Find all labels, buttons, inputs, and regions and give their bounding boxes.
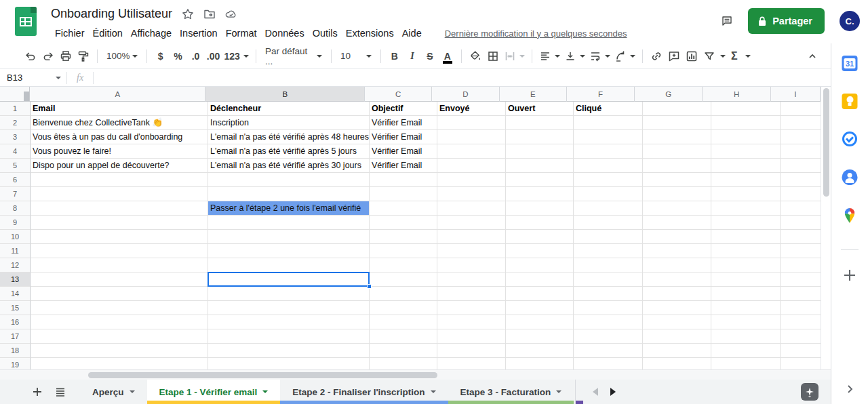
row-header-19[interactable]: 19: [0, 358, 31, 369]
row-header-17[interactable]: 17: [0, 329, 31, 344]
cell-A5[interactable]: Dispo pour un appel de découverte?: [31, 159, 208, 173]
cell-G12[interactable]: [643, 258, 711, 272]
cell-I18[interactable]: [781, 344, 821, 358]
cell-A18[interactable]: [31, 344, 208, 358]
cell-I5[interactable]: [781, 159, 821, 173]
cell-H9[interactable]: [711, 216, 781, 230]
cell-B13[interactable]: [208, 272, 370, 287]
account-avatar[interactable]: C.: [840, 11, 860, 31]
cell-G14[interactable]: [643, 287, 711, 301]
column-header-I[interactable]: I: [771, 87, 821, 102]
cell-G9[interactable]: [643, 216, 711, 230]
menu-item-edition[interactable]: Édition: [89, 26, 127, 41]
text-rotation-button[interactable]: [612, 47, 637, 65]
row-header-6[interactable]: 6: [0, 173, 31, 187]
comment-history-icon[interactable]: [721, 15, 733, 27]
strikethrough-button[interactable]: S: [421, 47, 439, 65]
menu-item-format[interactable]: Format: [222, 26, 261, 41]
cell-E14[interactable]: [506, 287, 574, 301]
row-header-1[interactable]: 1: [0, 102, 31, 116]
insert-link-button[interactable]: [648, 47, 665, 65]
row-header-2[interactable]: 2: [0, 116, 31, 130]
cell-G2[interactable]: [643, 116, 711, 130]
cell-B4[interactable]: L'email n'a pas été vérifié après 5 jour…: [208, 144, 370, 159]
column-header-D[interactable]: D: [432, 87, 500, 102]
cell-B6[interactable]: [208, 173, 370, 187]
cell-F10[interactable]: [574, 230, 643, 244]
cell-E6[interactable]: [506, 173, 574, 187]
cell-B18[interactable]: [208, 344, 370, 358]
cell-I1[interactable]: [781, 102, 821, 116]
cell-A6[interactable]: [31, 173, 208, 187]
cell-G6[interactable]: [643, 173, 711, 187]
cell-E7[interactable]: [506, 187, 574, 201]
cell-D6[interactable]: [437, 173, 506, 187]
cell-E2[interactable]: [506, 116, 574, 130]
cell-I13[interactable]: [781, 272, 821, 287]
cell-I12[interactable]: [781, 258, 821, 272]
cell-G17[interactable]: [643, 329, 711, 344]
doc-title[interactable]: Onboarding Utilisateur: [51, 7, 172, 21]
text-color-button[interactable]: A: [439, 47, 456, 65]
format-percent-button[interactable]: %: [170, 47, 187, 65]
row-header-10[interactable]: 10: [0, 230, 31, 244]
horizontal-scrollbar-thumb[interactable]: [88, 372, 437, 378]
cell-E13[interactable]: [506, 272, 574, 287]
print-button[interactable]: [57, 47, 75, 65]
cell-D19[interactable]: [437, 358, 506, 369]
increase-decimal-button[interactable]: .00: [205, 47, 222, 65]
row-header-9[interactable]: 9: [0, 216, 31, 230]
cell-A11[interactable]: [31, 244, 208, 258]
column-header-C[interactable]: C: [365, 87, 432, 102]
cell-B1[interactable]: Déclencheur: [208, 102, 370, 116]
cell-G13[interactable]: [643, 272, 711, 287]
cell-A16[interactable]: [31, 315, 208, 329]
cell-A8[interactable]: [31, 201, 208, 216]
cell-F3[interactable]: [574, 130, 643, 144]
cell-B10[interactable]: [208, 230, 370, 244]
cell-E10[interactable]: [506, 230, 574, 244]
cell-A2[interactable]: Bienvenue chez CollectiveTank 👏: [31, 116, 208, 130]
cell-A14[interactable]: [31, 287, 208, 301]
menu-item-affichage[interactable]: Affichage: [127, 26, 176, 41]
cell-H12[interactable]: [711, 258, 781, 272]
cell-C18[interactable]: [370, 344, 437, 358]
cell-G15[interactable]: [643, 301, 711, 315]
menu-item-outils[interactable]: Outils: [309, 26, 342, 41]
cell-C17[interactable]: [370, 329, 437, 344]
contacts-icon[interactable]: [842, 169, 858, 185]
cell-B2[interactable]: Inscription: [208, 116, 370, 130]
row-header-13[interactable]: 13: [0, 272, 31, 287]
cell-C15[interactable]: [370, 301, 437, 315]
cell-B8[interactable]: Passer à l'étape 2 une fois l'email véri…: [208, 201, 370, 216]
row-header-3[interactable]: 3: [0, 130, 31, 144]
vertical-align-button[interactable]: [562, 47, 587, 65]
cell-I15[interactable]: [781, 301, 821, 315]
cell-D18[interactable]: [437, 344, 506, 358]
sheet-tab-menu-caret[interactable]: [130, 390, 135, 393]
cell-F15[interactable]: [574, 301, 643, 315]
cell-H5[interactable]: [711, 159, 781, 173]
share-button[interactable]: Partager: [748, 8, 825, 34]
last-edit-status[interactable]: Dernière modification il y a quelques se…: [445, 28, 627, 39]
cell-F11[interactable]: [574, 244, 643, 258]
cell-A17[interactable]: [31, 329, 208, 344]
fill-color-button[interactable]: [467, 47, 484, 65]
cell-G8[interactable]: [643, 201, 711, 216]
select-all-corner[interactable]: [0, 87, 30, 102]
cell-H13[interactable]: [711, 272, 781, 287]
keep-icon[interactable]: [842, 94, 858, 109]
cell-B14[interactable]: [208, 287, 370, 301]
cell-G5[interactable]: [643, 159, 711, 173]
cell-B16[interactable]: [208, 315, 370, 329]
cell-C16[interactable]: [370, 315, 437, 329]
redo-button[interactable]: [39, 47, 57, 65]
row-header-4[interactable]: 4: [0, 144, 31, 159]
cell-F6[interactable]: [574, 173, 643, 187]
cell-B12[interactable]: [208, 258, 370, 272]
cell-G19[interactable]: [643, 358, 711, 369]
sheet-tab-etape-3-facturation[interactable]: Etape 3 - Facturation: [448, 380, 574, 404]
horizontal-scrollbar[interactable]: [0, 369, 831, 380]
cell-C8[interactable]: [370, 201, 437, 216]
cell-F14[interactable]: [574, 287, 643, 301]
